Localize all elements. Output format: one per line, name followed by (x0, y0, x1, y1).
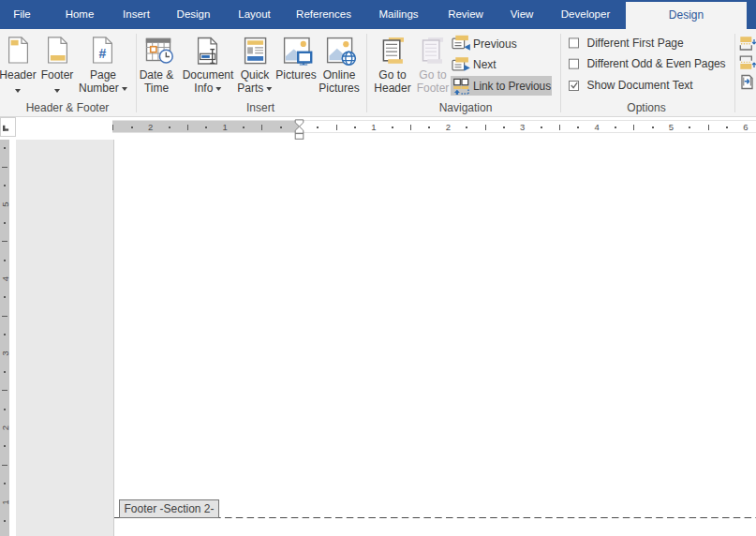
svg-text:1: 1 (222, 122, 227, 132)
svg-text:2: 2 (0, 425, 9, 430)
svg-text:1: 1 (0, 499, 9, 504)
svg-text:3: 3 (520, 122, 525, 132)
svg-text:3: 3 (0, 350, 9, 355)
svg-text:6: 6 (743, 122, 748, 132)
svg-text:1: 1 (371, 122, 376, 132)
svg-text:#: # (99, 46, 107, 61)
svg-text:2: 2 (148, 122, 153, 132)
svg-text:4: 4 (594, 122, 599, 132)
svg-text:4: 4 (0, 276, 9, 281)
svg-text:5: 5 (0, 201, 9, 206)
svg-text:5: 5 (669, 122, 674, 132)
svg-text:2: 2 (446, 122, 451, 132)
